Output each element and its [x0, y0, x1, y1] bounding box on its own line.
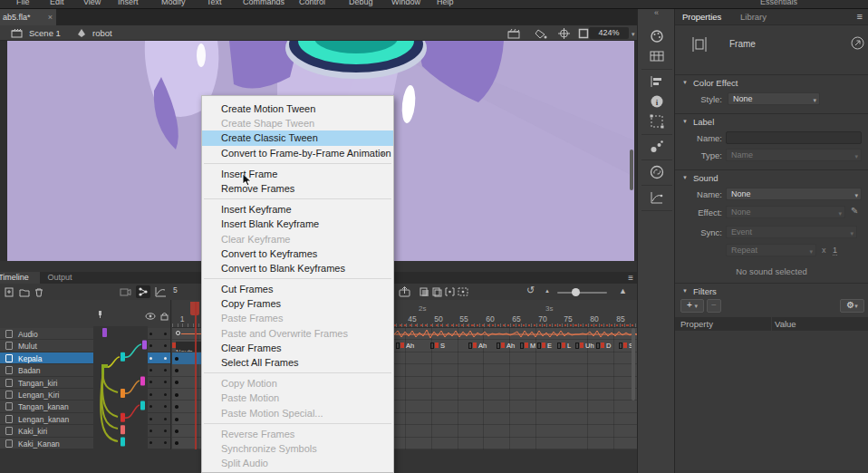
parenting-view-toggle[interactable]: [136, 285, 150, 298]
layer-lock-dot[interactable]: [164, 369, 167, 372]
layer-visibility-dot[interactable]: [149, 441, 152, 444]
layer-lock-dot[interactable]: [164, 393, 167, 396]
layer-visibility-dot[interactable]: [149, 344, 152, 347]
tab-output[interactable]: Output: [40, 272, 80, 284]
menu-help[interactable]: Help: [437, 0, 454, 6]
menu-commands[interactable]: Commands: [243, 0, 285, 6]
menu-view[interactable]: View: [83, 0, 101, 6]
tab-properties[interactable]: Properties: [682, 9, 721, 25]
collapse-panels-icon[interactable]: «: [654, 8, 659, 17]
layer-visibility-dot[interactable]: [149, 357, 152, 360]
layer-visibility-dot[interactable]: [149, 418, 152, 420]
lip-sync-label[interactable]: Ah: [406, 342, 414, 350]
brush-settings-icon[interactable]: [650, 140, 664, 154]
info-panel-icon[interactable]: i: [650, 94, 664, 109]
layer-lock-dot[interactable]: [164, 357, 167, 360]
menu-item-remove-frames[interactable]: Remove Frames: [202, 181, 393, 196]
menu-control[interactable]: Control: [299, 0, 325, 6]
section-arrow-icon[interactable]: ▼: [682, 119, 688, 124]
menu-item-copy-frames[interactable]: Copy Frames: [202, 296, 393, 311]
stage-scrollbar[interactable]: [630, 150, 633, 190]
lip-sync-label[interactable]: M: [530, 342, 535, 350]
tab-timeline[interactable]: Timeline: [0, 272, 40, 284]
menu-item-insert-blank-keyframe[interactable]: Insert Blank Keyframe: [202, 217, 393, 231]
zoom-out-timeline-icon[interactable]: ▲: [545, 288, 550, 294]
onion-skin-icon[interactable]: [420, 287, 429, 297]
menu-window[interactable]: Window: [391, 0, 420, 6]
tab-library[interactable]: Library: [740, 9, 767, 25]
menu-item-cut-frames[interactable]: Cut Frames: [202, 282, 393, 296]
remove-filter-button[interactable]: −: [707, 299, 721, 313]
timeline-scrollbar[interactable]: [632, 328, 635, 401]
menu-modify[interactable]: Modify: [161, 0, 186, 6]
lock-all-icon[interactable]: [160, 312, 169, 321]
delete-layer-icon[interactable]: [34, 287, 43, 297]
menu-item-select-all-frames[interactable]: Select All Frames: [202, 355, 393, 370]
section-label[interactable]: Label: [693, 117, 714, 127]
lip-sync-label[interactable]: D: [606, 342, 611, 350]
clip-content-icon[interactable]: [578, 28, 589, 39]
edit-scene-icon[interactable]: [507, 28, 521, 39]
repeat-count-value[interactable]: 1: [833, 246, 837, 256]
menu-debug[interactable]: Debug: [349, 0, 373, 6]
edit-sound-envelope-icon[interactable]: ✎: [851, 206, 858, 216]
lip-sync-label[interactable]: S: [440, 342, 445, 350]
modify-markers-icon[interactable]: [458, 287, 468, 297]
layer-visibility-dot[interactable]: [149, 369, 152, 372]
loop-playback-icon[interactable]: ↺: [526, 285, 535, 296]
panel-menu-icon[interactable]: ≡: [857, 11, 863, 22]
layer-visibility-dot[interactable]: [149, 430, 152, 432]
graph-editor-icon[interactable]: [155, 286, 167, 297]
zoom-dropdown-icon[interactable]: ▾: [632, 31, 635, 38]
layer-lock-dot[interactable]: [164, 344, 167, 347]
new-layer-icon[interactable]: [5, 287, 14, 297]
document-tab[interactable]: ab5.fla* ×: [0, 9, 56, 25]
layer-parenting-graph[interactable]: [91, 326, 174, 449]
publish-icon[interactable]: [399, 286, 410, 297]
filter-options-button[interactable]: ⚙▾: [840, 299, 864, 313]
menu-edit[interactable]: Edit: [50, 0, 64, 6]
convert-share-icon[interactable]: [851, 36, 864, 50]
lip-sync-label[interactable]: E: [547, 342, 552, 350]
menu-item-convert-to-blank-keyframes[interactable]: Convert to Blank Keyframes: [202, 261, 393, 275]
menu-insert[interactable]: Insert: [118, 0, 139, 6]
lip-sync-label[interactable]: Uh: [585, 342, 594, 350]
breadcrumb-symbol[interactable]: robot: [92, 28, 112, 38]
section-arrow-icon[interactable]: ▼: [682, 288, 688, 294]
fill-color-icon[interactable]: [535, 28, 547, 39]
cc-libraries-icon[interactable]: [650, 165, 664, 179]
menu-item-create-motion-tween[interactable]: Create Motion Tween: [202, 101, 393, 116]
label-name-input[interactable]: [726, 131, 862, 144]
layer-visibility-dot[interactable]: [149, 393, 152, 396]
timeline-zoom-knob[interactable]: [572, 288, 580, 296]
lip-sync-label[interactable]: L: [567, 342, 571, 350]
lip-sync-label[interactable]: Ah: [478, 342, 487, 350]
new-folder-icon[interactable]: [19, 287, 30, 297]
frame-picker-icon[interactable]: [650, 49, 664, 63]
section-color-effect[interactable]: Color Effect: [693, 78, 738, 88]
properties-panel-icon[interactable]: [650, 29, 664, 43]
menu-item-convert-frame-by-frame[interactable]: Convert to Frame-by-Frame Animation ›: [202, 146, 393, 160]
transform-panel-icon[interactable]: [650, 114, 664, 129]
menu-item-insert-frame[interactable]: Insert Frame: [202, 167, 393, 181]
menu-item-create-classic-tween[interactable]: Create Classic Tween: [202, 130, 393, 145]
edit-multiple-frames-icon[interactable]: [445, 287, 455, 297]
layer-visibility-dot[interactable]: [149, 405, 152, 408]
section-arrow-icon[interactable]: ▼: [682, 175, 688, 180]
layer-visibility-dot[interactable]: [149, 381, 152, 383]
breadcrumb-scene[interactable]: Scene 1: [29, 28, 61, 38]
onion-skin-outlines-icon[interactable]: [432, 287, 442, 297]
style-dropdown[interactable]: None▾: [728, 92, 820, 105]
timeline-zoom-slider[interactable]: [557, 292, 607, 294]
menu-item-clear-frames[interactable]: Clear Frames: [202, 341, 393, 355]
menu-text[interactable]: Text: [207, 0, 222, 6]
zoom-level-input[interactable]: 424%: [589, 27, 629, 39]
lip-sync-label[interactable]: Ah: [506, 342, 515, 350]
menu-item-insert-keyframe[interactable]: Insert Keyframe: [202, 202, 393, 217]
layer-lock-dot[interactable]: [164, 333, 167, 335]
section-arrow-icon[interactable]: ▼: [682, 80, 688, 85]
menu-item-convert-to-keyframes[interactable]: Convert to Keyframes: [202, 246, 393, 261]
section-filters[interactable]: Filters: [693, 286, 717, 296]
menu-file[interactable]: File: [16, 0, 30, 6]
align-panel-icon[interactable]: [650, 74, 664, 89]
